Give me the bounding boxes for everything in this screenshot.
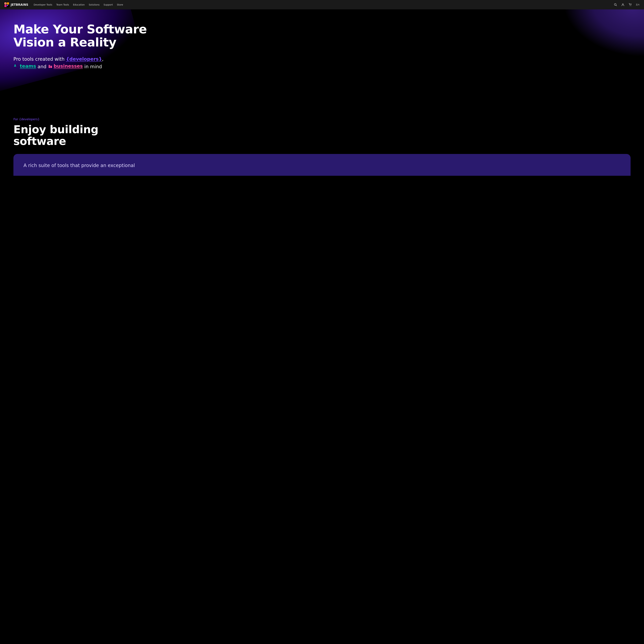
subtitle-comma: , — [102, 56, 103, 62]
businesses-link[interactable]: businesses — [54, 63, 83, 70]
hero-content: Make Your Software Vision a Reality Pro … — [0, 9, 161, 80]
section-title-line2: software — [13, 135, 66, 147]
developers-link[interactable]: {developers} — [66, 56, 102, 62]
svg-rect-2 — [4, 5, 7, 7]
brand-name: JETBRAINS — [11, 3, 28, 6]
search-button[interactable] — [613, 2, 618, 7]
jetbrains-logo-icon — [4, 2, 9, 7]
cart-button[interactable] — [628, 2, 633, 7]
businesses-wrap: businesses — [48, 63, 83, 70]
hero-subtitle: Pro tools created with {developers}, tea… — [13, 56, 148, 70]
svg-rect-4 — [7, 5, 8, 6]
svg-point-10 — [631, 6, 631, 6]
subtitle-text-2: and — [36, 64, 48, 69]
nav-solutions[interactable]: Solutions — [89, 3, 99, 6]
brand-logo[interactable]: JETBRAINS — [4, 2, 28, 7]
language-button[interactable]: 文A — [635, 2, 640, 7]
svg-point-11 — [15, 64, 16, 66]
hero-title: Make Your Software Vision a Reality — [13, 23, 148, 49]
account-button[interactable] — [621, 2, 625, 7]
nav-team-tools[interactable]: Team Tools — [56, 3, 69, 6]
nav-icon-group: 文A — [613, 2, 640, 7]
svg-rect-20 — [50, 66, 50, 66]
svg-point-9 — [630, 6, 630, 6]
svg-rect-22 — [51, 66, 52, 67]
svg-rect-13 — [14, 66, 15, 67]
search-icon — [614, 3, 617, 6]
subtitle-text-1: Pro tools created with — [13, 56, 66, 62]
businesses-icon — [48, 64, 53, 68]
language-icon: 文A — [636, 3, 639, 6]
account-icon — [621, 3, 624, 6]
svg-line-7 — [616, 5, 617, 6]
nav-developer-tools[interactable]: Developer Tools — [34, 3, 52, 6]
svg-rect-19 — [49, 66, 49, 66]
svg-rect-16 — [50, 66, 52, 68]
hero-section: Make Your Software Vision a Reality Pro … — [0, 0, 644, 104]
svg-rect-17 — [49, 65, 49, 66]
svg-rect-12 — [14, 66, 16, 67]
subtitle-end: in mind — [83, 64, 102, 69]
svg-rect-18 — [50, 65, 50, 66]
navigation: JETBRAINS Developer Tools Team Tools Edu… — [0, 0, 644, 9]
hero-gradient-2 — [555, 0, 644, 63]
section-title: Enjoy building software — [13, 124, 631, 147]
nav-education[interactable]: Education — [73, 3, 85, 6]
nav-store[interactable]: Store — [117, 3, 123, 6]
svg-rect-14 — [15, 66, 16, 66]
teams-link[interactable]: teams — [20, 63, 36, 70]
teams-icon — [13, 64, 19, 68]
for-developers-section: For {developers} Enjoy building software — [0, 104, 644, 147]
teams-wrap: teams — [13, 63, 36, 70]
section-tag: For {developers} — [13, 117, 631, 121]
svg-point-8 — [622, 4, 624, 5]
svg-rect-21 — [51, 66, 51, 67]
nav-support[interactable]: Support — [104, 3, 113, 6]
svg-rect-3 — [7, 2, 9, 5]
cart-icon — [629, 3, 632, 6]
section-title-line1: Enjoy building — [13, 123, 98, 136]
nav-links: Developer Tools Team Tools Education Sol… — [34, 3, 608, 6]
bottom-card-text: A rich suite of tools that provide an ex… — [23, 162, 621, 169]
bottom-card-preview: A rich suite of tools that provide an ex… — [13, 154, 631, 176]
